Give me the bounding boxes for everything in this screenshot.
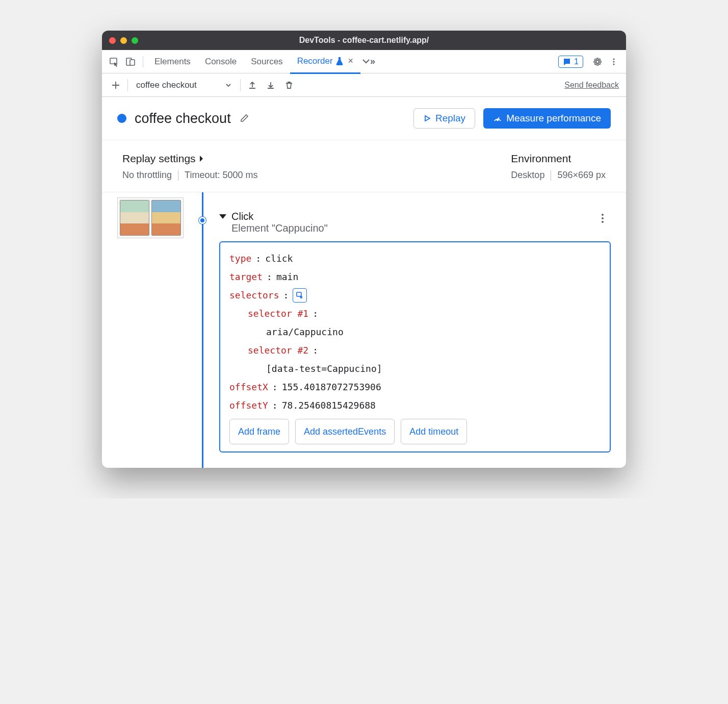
env-device: Desktop xyxy=(511,170,544,181)
window-controls xyxy=(109,37,138,44)
issues-badge[interactable]: 1 xyxy=(558,56,583,68)
add-recording-button[interactable] xyxy=(109,79,122,92)
play-icon xyxy=(423,114,431,122)
issue-icon xyxy=(563,58,571,66)
step-card: Click Element "Cappucino" type: click ta… xyxy=(219,197,611,452)
element-picker-icon[interactable] xyxy=(293,288,307,303)
recorder-toolbar: coffee checkout Send feedback xyxy=(102,73,626,97)
svg-point-4 xyxy=(613,61,614,62)
selector-value[interactable]: aria/Cappucino xyxy=(266,323,344,341)
step-menu-icon[interactable] xyxy=(599,211,607,226)
step-title: Click xyxy=(231,211,328,222)
environment-heading: Environment xyxy=(511,153,606,165)
replay-button[interactable]: Replay xyxy=(413,108,475,129)
divider xyxy=(178,170,178,181)
devtools-tab-strip: Elements Console Sources Recorder × » 1 xyxy=(102,50,626,73)
gauge-icon xyxy=(493,114,502,123)
window-title: DevTools - coffee-cart.netlify.app/ xyxy=(102,36,626,45)
selector-key[interactable]: selector #1 xyxy=(248,305,308,323)
selector-value[interactable]: [data-test=Cappucino] xyxy=(266,360,382,378)
timeline-line xyxy=(202,192,203,468)
tab-label: Recorder xyxy=(297,56,333,66)
settings-row: Replay settings No throttling Timeout: 5… xyxy=(102,140,626,192)
env-size: 596×669 px xyxy=(557,170,606,181)
prop-value[interactable]: 155.40187072753906 xyxy=(282,378,381,396)
svg-point-5 xyxy=(613,63,614,65)
prop-value[interactable]: main xyxy=(276,268,298,286)
edit-title-icon[interactable] xyxy=(239,113,249,123)
minimize-window-button[interactable] xyxy=(120,37,127,44)
add-timeout-button[interactable]: Add timeout xyxy=(401,419,467,444)
svg-rect-2 xyxy=(130,60,135,65)
timeout-value: Timeout: 5000 ms xyxy=(185,170,257,181)
import-icon[interactable] xyxy=(264,79,277,92)
issues-count: 1 xyxy=(574,57,579,66)
divider xyxy=(143,56,143,67)
step-details-editor: type: click target: main selectors: sele… xyxy=(219,241,611,452)
close-window-button[interactable] xyxy=(109,37,116,44)
svg-rect-7 xyxy=(297,292,301,296)
caret-down-icon xyxy=(219,214,226,219)
export-icon[interactable] xyxy=(246,79,259,92)
replay-settings-heading[interactable]: Replay settings xyxy=(122,153,257,165)
tab-label: Console xyxy=(205,57,237,67)
selector-key[interactable]: selector #2 xyxy=(248,341,308,360)
device-toolbar-icon[interactable] xyxy=(123,55,138,69)
add-frame-button[interactable]: Add frame xyxy=(229,419,289,444)
measure-label: Measure performance xyxy=(506,113,601,124)
prop-key[interactable]: offsetX xyxy=(229,378,268,396)
tab-console[interactable]: Console xyxy=(198,50,244,73)
prop-key[interactable]: type xyxy=(229,249,251,268)
tab-recorder[interactable]: Recorder × xyxy=(290,50,360,74)
svg-point-6 xyxy=(497,119,499,121)
step-header[interactable]: Click Element "Cappucino" xyxy=(219,211,611,234)
throttling-value: No throttling xyxy=(122,170,172,181)
maximize-window-button[interactable] xyxy=(132,37,138,44)
tab-sources[interactable]: Sources xyxy=(244,50,290,73)
prop-key[interactable]: target xyxy=(229,268,263,286)
tab-label: Sources xyxy=(251,57,282,67)
tab-elements[interactable]: Elements xyxy=(147,50,198,73)
prop-value[interactable]: 78.25460815429688 xyxy=(282,396,376,415)
recording-title: coffee checkout xyxy=(135,111,231,127)
status-dot xyxy=(117,114,126,123)
screenshot-thumbnail[interactable] xyxy=(117,197,184,238)
recording-header: coffee checkout Replay Measure performan… xyxy=(102,97,626,140)
measure-performance-button[interactable]: Measure performance xyxy=(483,108,611,129)
recording-select-label: coffee checkout xyxy=(136,80,197,90)
recording-select[interactable]: coffee checkout xyxy=(133,78,235,92)
kebab-menu-icon[interactable] xyxy=(607,55,621,69)
prop-value[interactable]: click xyxy=(265,249,293,268)
delete-icon[interactable] xyxy=(282,79,296,92)
replay-label: Replay xyxy=(435,113,465,124)
more-tabs-icon[interactable]: » xyxy=(361,55,376,69)
svg-rect-0 xyxy=(110,58,117,64)
caret-right-icon xyxy=(199,155,204,162)
gear-icon[interactable] xyxy=(590,55,605,69)
send-feedback-link[interactable]: Send feedback xyxy=(564,81,619,90)
steps-panel: Click Element "Cappucino" type: click ta… xyxy=(102,192,626,468)
step-subtitle: Element "Cappucino" xyxy=(231,222,328,234)
svg-point-3 xyxy=(613,58,614,60)
inspect-element-icon[interactable] xyxy=(107,55,121,69)
tab-label: Elements xyxy=(154,57,191,67)
prop-key[interactable]: selectors xyxy=(229,286,279,305)
titlebar: DevTools - coffee-cart.netlify.app/ xyxy=(102,31,626,50)
chevron-down-icon xyxy=(225,82,232,89)
divider xyxy=(240,79,241,91)
divider xyxy=(127,79,128,91)
timeline-dot xyxy=(199,217,206,224)
flask-icon xyxy=(336,57,343,65)
prop-key[interactable]: offsetY xyxy=(229,396,268,415)
divider xyxy=(551,170,551,181)
add-asserted-events-button[interactable]: Add assertedEvents xyxy=(295,419,395,444)
close-tab-icon[interactable]: × xyxy=(348,56,354,66)
devtools-window: DevTools - coffee-cart.netlify.app/ Elem… xyxy=(102,31,626,468)
